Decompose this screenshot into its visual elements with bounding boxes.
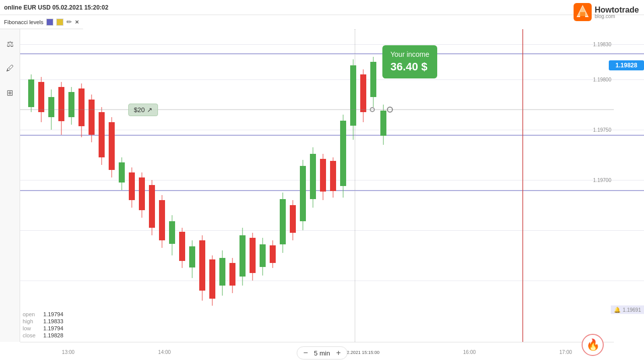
increase-timeframe-button[interactable]: + — [336, 349, 341, 357]
svg-rect-45 — [250, 238, 256, 273]
price-level-badge: 🔔 1.19691 — [611, 306, 644, 314]
svg-rect-55 — [300, 166, 306, 221]
chart-title: online EUR USD 05.02.2021 15:20:02 — [4, 4, 108, 11]
candlestick-chart — [20, 29, 614, 342]
fib-label: Fibonacci levels — [4, 19, 43, 25]
svg-rect-35 — [199, 240, 205, 291]
svg-rect-39 — [219, 258, 225, 286]
svg-rect-67 — [360, 74, 366, 112]
time-label-4: 16:00 — [463, 349, 476, 355]
svg-rect-41 — [229, 263, 235, 286]
trade-amount: $20 — [134, 106, 145, 114]
time-label-5: 17:00 — [559, 349, 572, 355]
logo-brand: Howtotrade — [595, 6, 639, 15]
svg-rect-31 — [179, 232, 185, 261]
chart-area: 1.19830 1.19800 1.19750 1.19700 — [20, 29, 644, 362]
trade-arrow-icon: ↗ — [147, 106, 152, 114]
bell-icon[interactable]: 🔔 — [614, 307, 621, 313]
svg-rect-9 — [68, 92, 74, 117]
svg-rect-21 — [129, 172, 135, 200]
close-stat: close 1.19828 — [23, 332, 63, 338]
decrease-timeframe-button[interactable]: − — [303, 349, 308, 357]
logo-text-block: Howtotrade blog.com — [595, 6, 639, 19]
indicators-icon[interactable]: ⚖ — [7, 39, 14, 49]
open-stat: open 1.19794 — [23, 311, 63, 317]
fib-color-blue[interactable] — [46, 19, 53, 26]
svg-rect-61 — [330, 161, 336, 191]
svg-rect-13 — [89, 100, 95, 135]
svg-rect-5 — [48, 97, 54, 117]
time-label-0: 13:00 — [62, 349, 74, 355]
trade-badge[interactable]: $20 ↗ — [128, 104, 158, 116]
logo: Howtotrade blog.com — [574, 3, 639, 21]
time-label-1: 14:00 — [158, 349, 171, 355]
timeframe-label: 5 min — [312, 349, 332, 357]
flame-button[interactable]: 🔥 — [582, 334, 604, 356]
svg-rect-65 — [350, 65, 356, 126]
svg-rect-63 — [340, 121, 346, 186]
svg-rect-69 — [370, 62, 376, 97]
svg-rect-7 — [58, 87, 64, 121]
fib-color-yellow[interactable] — [56, 19, 63, 26]
logo-icon — [574, 3, 592, 21]
svg-rect-71 — [380, 111, 386, 136]
fib-toolbar: Fibonacci levels ✏ × — [0, 15, 83, 29]
svg-rect-29 — [169, 221, 175, 244]
svg-rect-53 — [290, 205, 296, 233]
svg-rect-17 — [109, 122, 115, 170]
left-toolbar: ⚖ 🖊 ⊞ — [0, 29, 20, 342]
bottom-toolbar: − 5 min + — [297, 346, 348, 359]
close-icon[interactable]: × — [75, 18, 79, 26]
svg-rect-57 — [310, 154, 316, 199]
svg-rect-15 — [99, 112, 105, 157]
svg-rect-1 — [28, 79, 34, 107]
price-level-value: 1.19691 — [623, 307, 641, 313]
svg-rect-23 — [139, 177, 145, 210]
svg-rect-27 — [159, 200, 165, 240]
svg-rect-59 — [320, 159, 326, 192]
current-price-value: 1.19828 — [615, 62, 637, 69]
svg-rect-25 — [149, 185, 155, 228]
svg-rect-3 — [38, 82, 44, 112]
svg-rect-49 — [270, 245, 276, 263]
low-stat: low 1.19794 — [23, 325, 63, 331]
income-value: 36.40 $ — [390, 60, 429, 73]
svg-rect-47 — [260, 244, 266, 267]
svg-rect-43 — [239, 235, 246, 277]
income-title: Your income — [390, 50, 429, 58]
pencil-icon[interactable]: ✏ — [66, 18, 72, 26]
income-tooltip: Your income 36.40 $ — [382, 45, 437, 78]
svg-rect-51 — [280, 199, 286, 244]
svg-rect-33 — [189, 246, 195, 267]
svg-rect-11 — [78, 88, 85, 126]
svg-rect-19 — [119, 162, 125, 183]
high-stat: high 1.19833 — [23, 318, 63, 324]
current-price-badge: 1.19828 — [609, 60, 644, 70]
grid-icon[interactable]: ⊞ — [7, 88, 13, 98]
bottom-stats: open 1.19794 high 1.19833 low 1.19794 cl… — [23, 311, 63, 339]
drawing-icon[interactable]: 🖊 — [6, 64, 14, 73]
svg-rect-37 — [209, 259, 215, 299]
header-bar: online EUR USD 05.02.2021 15:20:02 — [0, 0, 644, 15]
